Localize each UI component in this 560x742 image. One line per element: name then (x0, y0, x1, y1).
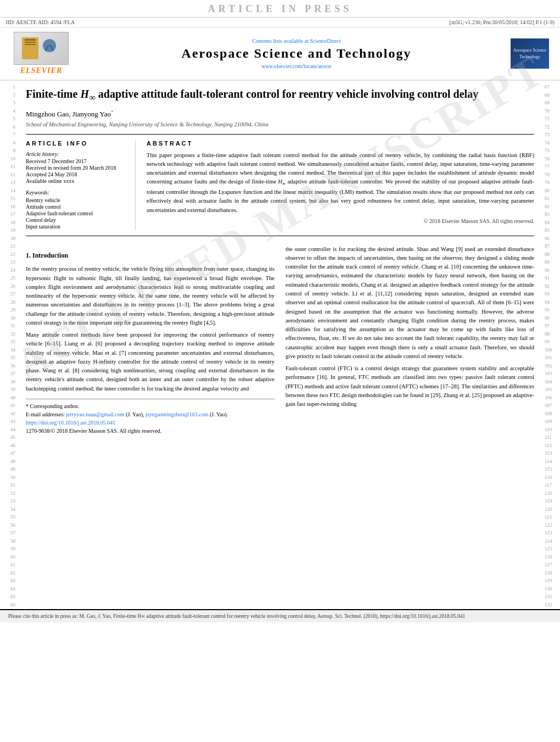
line-numbers-right: 67 68 69 70 71 72 73 74 75 76 77 78 79 8… (542, 81, 555, 609)
email-line: E-mail addresses: jerryyao.nuaa@gmail.co… (26, 410, 275, 419)
paper-body: Finite-time H∞ adaptive attitude fault-t… (18, 81, 542, 609)
history-label: Article history: (26, 151, 127, 157)
footnote-section: * Corresponding author. E-mail addresses… (26, 399, 275, 435)
contents-available-text: Contents lists available at (252, 38, 308, 44)
keyword-control-delay: Control delay (26, 217, 127, 223)
copyright-line: © 2018 Elsevier Masson SAS. All rights r… (147, 218, 534, 224)
elsevier-logo-image (14, 32, 69, 65)
abstract-column: ABSTRACT This paper proposes a finite-ti… (147, 140, 534, 230)
meta-right: [m5G; v1.236; Pm:30/05/2018; 14:02] P.1 … (450, 19, 555, 25)
authors: Mingzhou Gao, Jianyong Yao* (26, 109, 534, 119)
keyword-reentry-vehicle: Reentry vehicle (26, 197, 127, 203)
top-meta-bar: JID: AESCTE AID: 4594 /FLA [m5G; v1.236;… (0, 18, 560, 27)
article-in-press-banner: ARTICLE IN PRESS (0, 0, 560, 18)
elsevier-text: ELSEVIER (20, 66, 62, 75)
article-info-column: ARTICLE INFO Article history: Received 7… (26, 140, 136, 230)
abstract-header: ABSTRACT (147, 140, 534, 147)
history-accepted: Accepted 24 May 2018 (26, 171, 127, 177)
keywords-label: Keywords: (26, 189, 127, 196)
svg-rect-1 (25, 39, 36, 41)
sciencedirect-anchor[interactable]: ScienceDirect (310, 38, 340, 44)
meta-left: JID: AESCTE AID: 4594 /FLA (5, 19, 75, 25)
elsevier-logo: ELSEVIER (11, 32, 71, 75)
h-infinity-symbol: H∞ (80, 88, 95, 100)
paper-title: Finite-time H∞ adaptive attitude fault-t… (26, 86, 534, 104)
keyword-attitude-control: Attitude control (26, 204, 127, 210)
svg-rect-3 (25, 44, 36, 45)
intro-paragraph-3: the outer controller is for tracking the… (285, 245, 534, 361)
keyword-adaptive-ftc: Adaptive fault-tolerant control (26, 210, 127, 216)
doi-line[interactable]: https://doi.org/10.1016/j.ast.2018.05.04… (26, 419, 275, 427)
body-column-right: the outer controller is for tracking the… (285, 245, 534, 435)
keyword-input-saturation: Input saturation (26, 224, 127, 230)
svg-rect-2 (25, 42, 36, 43)
email-link-2[interactable]: jsyegaomingzhou@163.com (145, 411, 208, 417)
intro-paragraph-2: Many attitude control methods have been … (26, 331, 275, 393)
journal-name: Aerospace Science and Technology (82, 46, 511, 61)
email-link[interactable]: jerryyao.nuaa@gmail.com (66, 411, 124, 417)
article-columns: ARTICLE INFO Article history: Received 7… (26, 134, 534, 236)
aip-text: ARTICLE IN PRESS (208, 3, 352, 14)
history-revised: Received in revised form 20 March 2018 (26, 165, 127, 171)
issn-line: 1270-9638/© 2018 Elsevier Masson SAS. Al… (26, 427, 275, 435)
section-1-heading: 1. Introduction (26, 250, 275, 261)
corner-logo: Aerospace Science Technology (511, 38, 549, 69)
line-numbers-left: 1 2 3 4 5 6 7 8 9 10 11 12 13 14 15 16 1… (5, 81, 18, 609)
sciencedirect-link[interactable]: Contents lists available at ScienceDirec… (82, 38, 511, 44)
abstract-text: This paper proposes a finite-time adapti… (147, 151, 534, 215)
history-received: Received 7 December 2017 (26, 158, 127, 164)
article-info-header: ARTICLE INFO (26, 140, 127, 147)
citation-text: Please cite this article in press as: M.… (8, 613, 465, 619)
journal-url[interactable]: www.elsevier.com/locate/aescte (82, 63, 511, 69)
body-columns: 1. Introduction In the reentry process o… (26, 245, 534, 435)
email-label: E-mail addresses: (26, 411, 65, 417)
history-online: Available online xxxx (26, 178, 127, 184)
main-content: 1 2 3 4 5 6 7 8 9 10 11 12 13 14 15 16 1… (0, 81, 560, 609)
affiliation: School of Mechanical Engineering, Nanjin… (26, 121, 534, 127)
keywords-section: Keywords: Reentry vehicle Attitude contr… (26, 189, 127, 230)
bottom-citation-bar: Please cite this article in press as: M.… (0, 609, 560, 622)
article-history: Article history: Received 7 December 201… (26, 151, 127, 184)
body-column-left: 1. Introduction In the reentry process o… (26, 245, 275, 435)
journal-header: ELSEVIER Contents lists available at Sci… (0, 27, 560, 81)
journal-title-area: Contents lists available at ScienceDirec… (82, 38, 511, 69)
author-footnote-mark: * (111, 109, 114, 115)
intro-paragraph-1: In the reentry process of reentry vehicl… (26, 265, 275, 327)
intro-paragraph-4: Fault-tolerant control (FTC) is a contro… (285, 364, 534, 409)
corresponding-author-note: * Corresponding author. (26, 402, 275, 410)
